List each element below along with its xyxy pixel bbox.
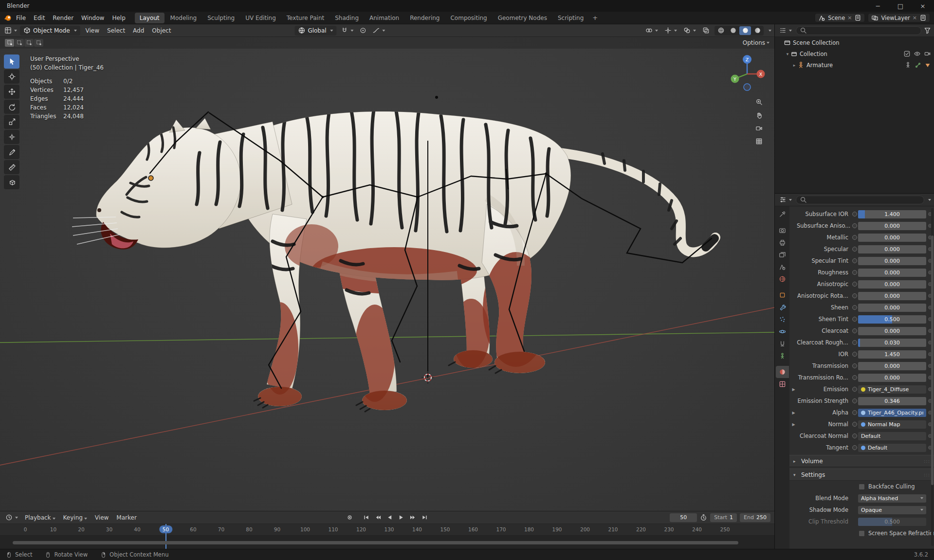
- properties-search-input[interactable]: [796, 196, 924, 204]
- properties-tab-physics[interactable]: [776, 325, 789, 338]
- tool-move-button[interactable]: [4, 85, 19, 99]
- disclosure-icon[interactable]: ▾: [785, 52, 790, 56]
- select-mode-subtract-button[interactable]: [24, 39, 34, 47]
- property-slider[interactable]: 1.400: [858, 210, 926, 218]
- properties-tab-object[interactable]: [776, 289, 789, 301]
- property-slider[interactable]: 0.346: [858, 397, 926, 405]
- minimize-button[interactable]: −: [867, 0, 889, 12]
- property-slider[interactable]: 0.000: [858, 234, 926, 242]
- gizmo-z-label[interactable]: Z: [746, 57, 749, 62]
- playhead-frame-badge[interactable]: 50: [159, 525, 172, 533]
- properties-scrollbar[interactable]: [931, 208, 934, 546]
- disclosure-icon[interactable]: ▸: [791, 63, 797, 68]
- filter-icon[interactable]: [924, 27, 931, 34]
- select-mode-intersect-button[interactable]: [34, 39, 43, 47]
- decorator-icon[interactable]: [852, 410, 857, 415]
- timeline-scrollbar[interactable]: [13, 541, 738, 544]
- properties-tab-tool[interactable]: [776, 208, 789, 220]
- xray-toggle[interactable]: [701, 26, 711, 35]
- property-link-field[interactable]: Tiger_A46_Opacity.png: [858, 409, 926, 417]
- navigation-gizmo[interactable]: Z X Y: [727, 53, 768, 95]
- decorator-icon[interactable]: [852, 340, 857, 345]
- workspace-tab-uv-editing[interactable]: UV Editing: [240, 13, 281, 23]
- camera-view-icon[interactable]: [755, 125, 763, 132]
- decorator-icon[interactable]: [852, 398, 857, 403]
- play-reverse-button[interactable]: [385, 513, 395, 522]
- outliner-search-input[interactable]: [796, 26, 921, 35]
- camera-icon[interactable]: [924, 50, 931, 57]
- workspace-tab-layout[interactable]: Layout: [135, 13, 165, 23]
- object-type-visibility-dropdown[interactable]: [644, 26, 659, 35]
- hand-icon[interactable]: [755, 111, 763, 119]
- shading-dropdown-caret[interactable]: [769, 30, 771, 32]
- shading-wireframe-button[interactable]: [715, 26, 727, 35]
- property-slider[interactable]: 0.000: [858, 362, 926, 370]
- property-link-field[interactable]: Default: [858, 444, 926, 452]
- checkbox-screen-space-refraction[interactable]: [859, 530, 865, 537]
- workspace-tab-compositing[interactable]: Compositing: [445, 13, 492, 23]
- decorator-icon[interactable]: [852, 317, 857, 322]
- decorator-icon[interactable]: [852, 375, 857, 380]
- add-workspace-button[interactable]: +: [589, 14, 601, 21]
- stopwatch-icon[interactable]: [700, 514, 707, 521]
- decorator-icon[interactable]: [852, 305, 857, 310]
- scene-canvas[interactable]: [0, 37, 774, 511]
- expand-icon[interactable]: ▶: [790, 411, 797, 415]
- frame-end-field[interactable]: End 250: [740, 513, 770, 522]
- decorator-icon[interactable]: [852, 258, 857, 263]
- setting-slider-clip-threshold[interactable]: 0.500: [858, 518, 926, 526]
- property-slider[interactable]: 0.000: [858, 257, 926, 265]
- play-button[interactable]: [396, 513, 407, 522]
- drag-grip-icon[interactable]: :::: [924, 458, 930, 464]
- auto-keyframe-button[interactable]: [345, 513, 355, 522]
- tool-add-cube-button[interactable]: [4, 175, 19, 189]
- previous-keyframe-button[interactable]: [373, 513, 384, 522]
- properties-tab-constraints[interactable]: [776, 338, 789, 350]
- decorator-icon[interactable]: [852, 363, 857, 368]
- tiger-model[interactable]: [72, 110, 715, 412]
- gizmos-dropdown[interactable]: [663, 26, 678, 35]
- tool-rotate-button[interactable]: [4, 100, 19, 114]
- tool-cursor-button[interactable]: [4, 70, 19, 84]
- current-frame-field[interactable]: 50: [670, 513, 697, 522]
- property-link-field[interactable]: Normal Map: [858, 420, 926, 429]
- properties-tab-object-data[interactable]: [776, 350, 789, 362]
- property-slider[interactable]: 0.500: [858, 315, 926, 324]
- timeline-menu-playback[interactable]: Playback: [21, 513, 59, 523]
- viewport-menu-object[interactable]: Object: [148, 26, 175, 36]
- viewport-menu-view[interactable]: View: [82, 26, 103, 36]
- workspace-tab-scripting[interactable]: Scripting: [553, 13, 588, 23]
- next-keyframe-button[interactable]: [408, 513, 419, 522]
- property-slider[interactable]: 0.000: [858, 222, 926, 230]
- property-slider[interactable]: 0.030: [858, 339, 926, 347]
- decorator-icon[interactable]: [852, 328, 857, 333]
- viewport-menu-select[interactable]: Select: [103, 26, 129, 36]
- shading-material-preview-button[interactable]: [739, 26, 751, 35]
- checkbox-backface-culling[interactable]: [859, 484, 865, 490]
- property-slider[interactable]: 0.000: [858, 245, 926, 253]
- decorator-icon[interactable]: [852, 352, 857, 357]
- setting-dropdown-shadow-mode[interactable]: Opaque: [858, 506, 926, 514]
- 3d-viewport[interactable]: Options User Perspective (50) Collection…: [0, 37, 774, 511]
- outliner-row-armature[interactable]: ▸Armature: [775, 59, 934, 71]
- outliner-row-scene-collection[interactable]: Scene Collection: [775, 37, 934, 48]
- unlink-scene-icon[interactable]: ×: [847, 15, 852, 21]
- property-slider[interactable]: 0.000: [858, 269, 926, 277]
- property-slider[interactable]: 0.000: [858, 304, 926, 312]
- volume-section-header[interactable]: ▸Volume:::: [789, 455, 934, 467]
- shading-rendered-button[interactable]: [751, 26, 763, 35]
- editor-type-button[interactable]: [3, 26, 18, 35]
- properties-tab-view-layer[interactable]: [776, 249, 789, 261]
- timeline-menu-keying[interactable]: Keying: [59, 513, 91, 523]
- data-icon[interactable]: [915, 62, 921, 69]
- settings-section-header[interactable]: ▾Settings:::: [789, 469, 934, 481]
- close-button[interactable]: ×: [912, 0, 934, 12]
- menu-window[interactable]: Window: [77, 13, 108, 23]
- unlink-view-layer-icon[interactable]: ×: [913, 15, 917, 21]
- timeline-menu-marker[interactable]: Marker: [112, 513, 140, 523]
- overlays-dropdown[interactable]: [682, 26, 697, 35]
- badge-icon[interactable]: [924, 62, 931, 69]
- gizmo-y-label[interactable]: Y: [733, 76, 736, 82]
- property-slider[interactable]: 0.000: [858, 292, 926, 300]
- workspace-tab-texture-paint[interactable]: Texture Paint: [282, 13, 329, 23]
